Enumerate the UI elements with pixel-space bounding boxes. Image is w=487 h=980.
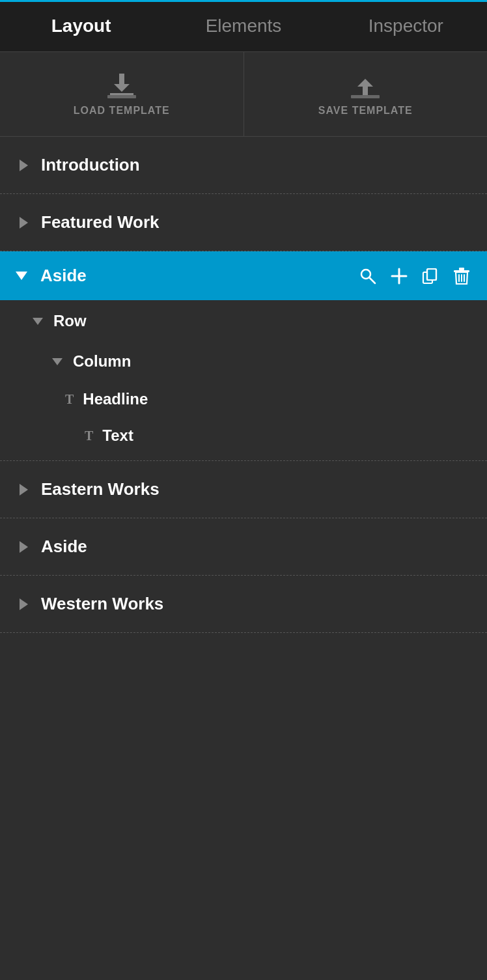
chevron-down-icon [52,358,63,365]
svg-marker-1 [114,84,130,92]
section-item-featured-work[interactable]: Featured Work [0,194,487,251]
aside-children: Row Column T Headline T Text [0,300,487,461]
svg-rect-13 [427,269,436,280]
chevron-right-icon [20,484,28,496]
section-item-aside-2[interactable]: Aside [0,518,487,576]
text-type-icon: T [85,428,93,443]
tab-elements[interactable]: Elements [162,0,324,51]
svg-rect-4 [107,95,136,98]
tree-item-row[interactable]: Row [0,300,487,342]
download-icon [107,72,136,98]
section-item-introduction[interactable]: Introduction [0,137,487,194]
section-item-western-works[interactable]: Western Works [0,576,487,633]
top-tab-bar: Layout Elements Inspector [0,0,487,52]
chevron-down-icon [16,272,27,280]
tab-layout[interactable]: Layout [0,0,162,51]
aside-action-icons [358,266,471,286]
section-item-aside[interactable]: Aside [0,251,487,300]
tree-item-text[interactable]: T Text [0,417,487,454]
duplicate-icon[interactable] [421,266,440,286]
chevron-down-icon [33,318,43,325]
svg-rect-16 [459,268,464,270]
add-icon[interactable] [389,266,409,286]
load-template-button[interactable]: LOAD TEMPLATE [0,52,244,136]
text-type-icon: T [65,392,74,407]
section-item-eastern-works[interactable]: Eastern Works [0,461,487,518]
svg-rect-6 [363,87,368,95]
svg-line-9 [370,277,376,283]
chevron-right-icon [20,541,28,553]
chevron-right-icon [20,598,28,610]
search-icon[interactable] [358,266,378,286]
delete-icon[interactable] [452,266,471,286]
svg-marker-5 [357,79,373,87]
chevron-right-icon [20,217,28,229]
tab-inspector[interactable]: Inspector [325,0,487,51]
tree-item-column[interactable]: Column [0,342,487,381]
upload-icon [351,72,380,98]
chevron-right-icon [20,160,28,171]
tree-item-headline[interactable]: T Headline [0,381,487,417]
template-buttons-row: LOAD TEMPLATE SAVE TEMPLATE [0,52,487,137]
save-template-button[interactable]: SAVE TEMPLATE [244,52,488,136]
svg-rect-7 [351,95,380,98]
